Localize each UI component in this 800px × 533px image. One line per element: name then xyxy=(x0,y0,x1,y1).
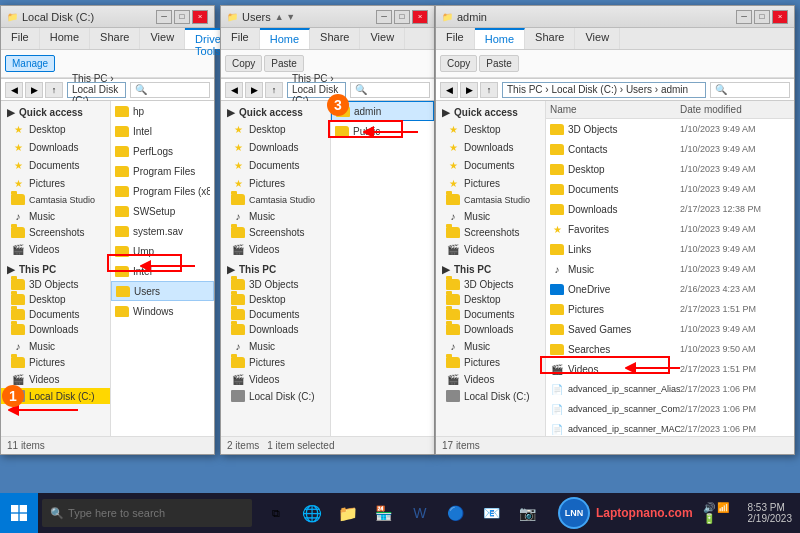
sidebar-music-pc-3[interactable]: ♪ Music xyxy=(436,337,545,355)
sidebar-downloads-pc-2[interactable]: Downloads xyxy=(221,322,330,337)
tab-view-1[interactable]: View xyxy=(140,28,185,49)
sidebar-documents-3[interactable]: ★ Documents xyxy=(436,156,545,174)
this-pc-header-2[interactable]: ▶ This PC xyxy=(221,262,330,277)
sidebar-music-pc-1[interactable]: ♪ Music xyxy=(1,337,110,355)
file-documents-3[interactable]: Documents1/10/2023 9:49 AM xyxy=(546,179,794,199)
sidebar-downloads-2[interactable]: ★ Downloads xyxy=(221,138,330,156)
search-box-1[interactable]: 🔍 xyxy=(130,82,210,98)
paste-btn-2[interactable]: Paste xyxy=(264,55,304,72)
sidebar-desktop-pc-2[interactable]: Desktop xyxy=(221,292,330,307)
sidebar-desktop-pc-3[interactable]: Desktop xyxy=(436,292,545,307)
minimize-btn-3[interactable]: ─ xyxy=(736,10,752,24)
file-bin1[interactable]: 📄advanced_ip_scanner_Aliases.bin2/17/202… xyxy=(546,379,794,399)
maximize-btn-3[interactable]: □ xyxy=(754,10,770,24)
sidebar-music-3[interactable]: ♪ Music xyxy=(436,207,545,225)
file-hp[interactable]: hp xyxy=(111,101,214,121)
up-btn-3[interactable]: ↑ xyxy=(480,82,498,98)
sidebar-documents-pc-1[interactable]: Documents xyxy=(1,307,110,322)
quick-access-header-1[interactable]: ▶ Quick access xyxy=(1,105,110,120)
sidebar-videos-2[interactable]: 🎬 Videos xyxy=(221,240,330,258)
sidebar-screenshots-2[interactable]: Screenshots xyxy=(221,225,330,240)
sidebar-documents-2[interactable]: ★ Documents xyxy=(221,156,330,174)
tab-share-2[interactable]: Share xyxy=(310,28,360,49)
tab-home-2[interactable]: Home xyxy=(260,28,310,49)
sidebar-screenshots-3[interactable]: Screenshots xyxy=(436,225,545,240)
sidebar-3d-2[interactable]: 3D Objects xyxy=(221,277,330,292)
this-pc-header-3[interactable]: ▶ This PC xyxy=(436,262,545,277)
file-onedrive[interactable]: OneDrive2/16/2023 4:23 AM xyxy=(546,279,794,299)
sidebar-pictures-pc-1[interactable]: Pictures xyxy=(1,355,110,370)
file-bin2[interactable]: 📄advanced_ip_scanner_Comments.bin2/17/20… xyxy=(546,399,794,419)
sidebar-3d-3[interactable]: 3D Objects xyxy=(436,277,545,292)
taskbar-search-input[interactable] xyxy=(68,507,244,519)
sidebar-pictures-pc-2[interactable]: Pictures xyxy=(221,355,330,370)
maximize-btn-2[interactable]: □ xyxy=(394,10,410,24)
sidebar-desktop-1[interactable]: ★ Desktop xyxy=(1,120,110,138)
copy-btn-2[interactable]: Copy xyxy=(225,55,262,72)
file-searches[interactable]: Searches1/10/2023 9:50 AM xyxy=(546,339,794,359)
maximize-btn-1[interactable]: □ xyxy=(174,10,190,24)
tab-share-3[interactable]: Share xyxy=(525,28,575,49)
close-btn-3[interactable]: × xyxy=(772,10,788,24)
search-box-3[interactable]: 🔍 xyxy=(710,82,790,98)
file-perflogs[interactable]: PerfLogs xyxy=(111,141,214,161)
address-path-1[interactable]: This PC › Local Disk (C:) xyxy=(67,82,126,98)
forward-btn-1[interactable]: ▶ xyxy=(25,82,43,98)
sidebar-pictures-pc-3[interactable]: Pictures xyxy=(436,355,545,370)
tab-home-1[interactable]: Home xyxy=(40,28,90,49)
sidebar-downloads-3[interactable]: ★ Downloads xyxy=(436,138,545,156)
minimize-btn-2[interactable]: ─ xyxy=(376,10,392,24)
file-links[interactable]: Links1/10/2023 9:49 AM xyxy=(546,239,794,259)
taskbar-app1[interactable]: 📧 xyxy=(476,497,508,529)
sidebar-pictures-1[interactable]: ★ Pictures xyxy=(1,174,110,192)
taskbar-search[interactable]: 🔍 xyxy=(42,499,252,527)
tab-home-3[interactable]: Home xyxy=(475,28,525,49)
tab-share-1[interactable]: Share xyxy=(90,28,140,49)
tab-view-3[interactable]: View xyxy=(575,28,620,49)
file-swsetup[interactable]: SWSetup xyxy=(111,201,214,221)
minimize-btn-1[interactable]: ─ xyxy=(156,10,172,24)
taskbar-store[interactable]: 🏪 xyxy=(368,497,400,529)
sidebar-documents-1[interactable]: ★ Documents xyxy=(1,156,110,174)
close-btn-1[interactable]: × xyxy=(192,10,208,24)
copy-btn-3[interactable]: Copy xyxy=(440,55,477,72)
file-systemsav[interactable]: system.sav xyxy=(111,221,214,241)
file-savedgames[interactable]: Saved Games1/10/2023 9:49 AM xyxy=(546,319,794,339)
sidebar-3d-1[interactable]: 3D Objects xyxy=(1,277,110,292)
file-intel2[interactable]: Intel xyxy=(111,261,214,281)
file-intel[interactable]: Intel xyxy=(111,121,214,141)
taskbar-app2[interactable]: 📷 xyxy=(512,497,544,529)
sidebar-downloads-1[interactable]: ★ Downloads xyxy=(1,138,110,156)
taskbar-edge[interactable]: 🌐 xyxy=(296,497,328,529)
tab-file-2[interactable]: File xyxy=(221,28,260,49)
file-windows[interactable]: Windows xyxy=(111,301,214,321)
sidebar-music-2[interactable]: ♪ Music xyxy=(221,207,330,225)
sidebar-local-disk-2[interactable]: Local Disk (C:) xyxy=(221,388,330,404)
taskbar-explorer[interactable]: 📁 xyxy=(332,497,364,529)
tab-view-2[interactable]: View xyxy=(360,28,405,49)
file-users[interactable]: Users xyxy=(111,281,214,301)
sidebar-videos-pc-3[interactable]: 🎬 Videos xyxy=(436,370,545,388)
sidebar-documents-pc-3[interactable]: Documents xyxy=(436,307,545,322)
tab-file-1[interactable]: File xyxy=(1,28,40,49)
forward-btn-3[interactable]: ▶ xyxy=(460,82,478,98)
file-desktop-3[interactable]: Desktop1/10/2023 9:49 AM xyxy=(546,159,794,179)
sidebar-camtasia-2[interactable]: Camtasia Studio xyxy=(221,192,330,207)
sidebar-desktop-3[interactable]: ★ Desktop xyxy=(436,120,545,138)
up-btn-1[interactable]: ↑ xyxy=(45,82,63,98)
sidebar-downloads-pc-1[interactable]: Downloads xyxy=(1,322,110,337)
back-btn-2[interactable]: ◀ xyxy=(225,82,243,98)
file-downloads-3[interactable]: Downloads2/17/2023 12:38 PM xyxy=(546,199,794,219)
quick-access-header-3[interactable]: ▶ Quick access xyxy=(436,105,545,120)
sidebar-videos-1[interactable]: 🎬 Videos xyxy=(1,240,110,258)
sidebar-pictures-3[interactable]: ★ Pictures xyxy=(436,174,545,192)
sidebar-music-pc-2[interactable]: ♪ Music xyxy=(221,337,330,355)
file-progfiles86[interactable]: Program Files (x86) xyxy=(111,181,214,201)
sidebar-videos-pc-2[interactable]: 🎬 Videos xyxy=(221,370,330,388)
sidebar-music-1[interactable]: ♪ Music xyxy=(1,207,110,225)
search-box-2[interactable]: 🔍 xyxy=(350,82,430,98)
file-bin3[interactable]: 📄advanced_ip_scanner_MAC.bin2/17/2023 1:… xyxy=(546,419,794,436)
sidebar-videos-3[interactable]: 🎬 Videos xyxy=(436,240,545,258)
sidebar-pictures-2[interactable]: ★ Pictures xyxy=(221,174,330,192)
sidebar-downloads-pc-3[interactable]: Downloads xyxy=(436,322,545,337)
